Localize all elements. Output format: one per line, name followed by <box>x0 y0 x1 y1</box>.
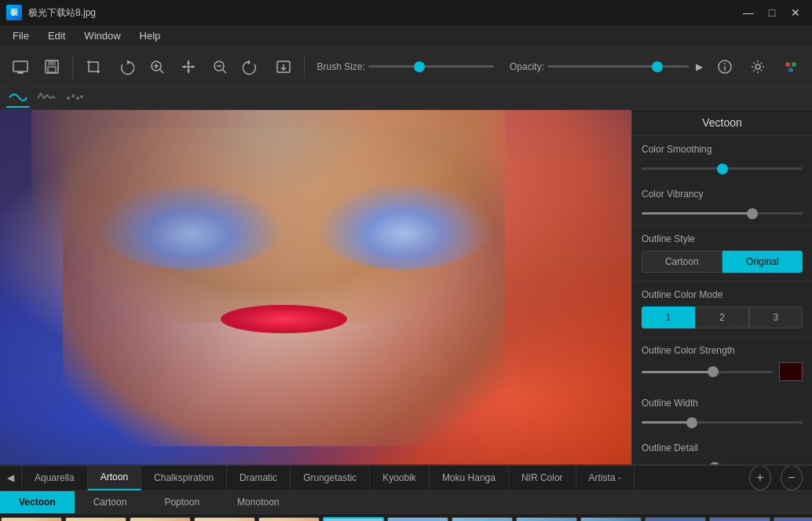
menu-help[interactable]: Help <box>130 27 170 45</box>
filter-tabs-arrow[interactable]: ◀ <box>0 465 22 490</box>
svg-point-25 <box>792 62 796 67</box>
zoom-out-tool-button[interactable] <box>206 52 234 82</box>
menu-file[interactable]: File <box>3 27 38 45</box>
settings-button[interactable] <box>743 52 773 82</box>
filter-tab-aquarella[interactable]: Aquarella <box>22 466 88 490</box>
thumbnail-05[interactable]: Vectoon 05 <box>258 517 320 521</box>
thumbnail-01[interactable]: Vectoon 01 <box>0 517 63 521</box>
filter-tab-nir-color[interactable]: NIR Color <box>509 466 576 490</box>
filter-tab-moku-hanga[interactable]: Moku Hanga <box>430 466 509 490</box>
thumbnail-11[interactable]: Vectoon 11 <box>644 517 707 521</box>
svg-marker-11 <box>187 61 190 64</box>
info-button[interactable] <box>710 52 740 82</box>
export-tool-button[interactable] <box>269 52 297 82</box>
thumbnail-03-img <box>130 517 191 521</box>
color-vibrancy-slider[interactable] <box>642 212 803 215</box>
brush-size-slider[interactable] <box>368 65 494 68</box>
remove-filter-tab-button[interactable]: − <box>781 465 803 490</box>
svg-rect-4 <box>48 61 56 65</box>
svg-point-28 <box>71 94 75 97</box>
sub-tab-cartoon[interactable]: Cartoon <box>75 491 146 513</box>
original-button[interactable]: Original <box>722 251 803 273</box>
close-button[interactable]: ✕ <box>785 5 806 20</box>
save-tool-button[interactable] <box>38 52 66 82</box>
effects-button[interactable] <box>776 52 806 82</box>
color-mode-2-button[interactable]: 2 <box>695 306 748 328</box>
outline-style-section: Outline Style Cartoon Original <box>632 226 812 281</box>
thumbnail-08[interactable]: Vectoon 08 <box>451 517 514 521</box>
filter-tab-artista[interactable]: Artista - <box>576 466 635 490</box>
thumbnail-12[interactable]: Vectoon 12 <box>708 517 771 521</box>
zoom-in-tool-button[interactable] <box>143 52 171 82</box>
filter-tab-artoon[interactable]: Artoon <box>88 466 141 490</box>
sub-toolbar <box>0 86 812 110</box>
color-smoothing-slider[interactable] <box>642 167 803 170</box>
outline-detail-section: Outline Detail <box>632 435 812 464</box>
svg-point-24 <box>785 62 790 67</box>
opacity-slider[interactable] <box>547 65 689 68</box>
brush-type-3-button[interactable] <box>63 89 86 108</box>
filter-tab-dramatic[interactable]: Dramatic <box>227 466 291 490</box>
svg-line-10 <box>159 69 163 73</box>
menu-bar: File Edit Window Help <box>0 25 812 47</box>
filter-tab-grungetastic[interactable]: Grungetastic <box>291 466 370 490</box>
svg-point-27 <box>67 97 70 100</box>
filter-tab-kyoobik[interactable]: Kyoobik <box>370 466 430 490</box>
outline-color-mode-section: Outline Color Mode 1 2 3 <box>632 281 812 337</box>
brush-size-container <box>368 65 494 68</box>
menu-edit[interactable]: Edit <box>38 27 75 45</box>
sub-tab-monotoon[interactable]: Monotoon <box>218 491 298 513</box>
panel-title: Vectoon <box>632 110 812 136</box>
canvas-image <box>0 110 631 464</box>
thumbnail-06[interactable]: Vectoon 06 <box>322 517 385 521</box>
thumbnail-04[interactable]: Vectoon 04 <box>193 517 256 521</box>
more-arrow[interactable]: ▶ <box>692 59 707 75</box>
outline-color-mode-label: Outline Color Mode <box>642 289 803 300</box>
color-smoothing-section: Color Smoothing <box>632 136 812 181</box>
color-mode-1-button[interactable]: 1 <box>642 306 695 328</box>
cartoon-button[interactable]: Cartoon <box>642 251 722 273</box>
maximize-button[interactable]: □ <box>762 5 782 20</box>
add-filter-tab-button[interactable]: + <box>749 465 771 490</box>
thumbnail-03[interactable]: Vectoon 03 <box>129 517 192 521</box>
title-bar-text: 极光下载站8.jpg <box>28 6 738 20</box>
sub-filter-tabs: Vectoon Cartoon Poptoon Monotoon <box>0 490 812 514</box>
menu-window[interactable]: Window <box>75 27 130 45</box>
title-bar: 极 极光下载站8.jpg — □ ✕ <box>0 0 812 25</box>
svg-marker-14 <box>192 65 195 68</box>
rotate-tool-button[interactable] <box>112 52 140 82</box>
svg-point-30 <box>80 95 83 98</box>
outline-width-slider[interactable] <box>642 421 803 424</box>
redo-tool-button[interactable] <box>237 52 265 82</box>
crop-tool-button[interactable] <box>79 52 108 82</box>
outline-color-strength-label: Outline Color Strength <box>642 345 803 356</box>
thumbnail-09-img <box>516 517 577 521</box>
thumbnail-02[interactable]: Vectoon 02 <box>64 517 127 521</box>
color-mode-3-button[interactable]: 3 <box>749 306 803 328</box>
thumbnail-07-img <box>387 517 448 521</box>
thumbnail-09[interactable]: Vectoon 09 <box>515 517 578 521</box>
outline-style-label: Outline Style <box>642 233 803 244</box>
thumbnail-04-img <box>194 517 255 521</box>
filter-tab-chalkspiration[interactable]: Chalkspiration <box>141 466 227 490</box>
color-vibrancy-section: Color Vibrancy <box>632 181 812 226</box>
canvas-area[interactable] <box>0 110 631 464</box>
outline-color-strength-slider[interactable] <box>642 371 773 373</box>
brush-size-label: Brush Size: <box>317 61 365 72</box>
outline-width-label: Outline Width <box>642 398 803 409</box>
opacity-container <box>547 65 689 68</box>
thumbnail-10[interactable]: Vectoon 10 <box>580 517 642 521</box>
minimize-button[interactable]: — <box>738 5 759 20</box>
color-swatch[interactable] <box>779 362 803 381</box>
svg-rect-0 <box>13 61 27 72</box>
sub-tab-poptoon[interactable]: Poptoon <box>145 491 218 513</box>
brush-type-1-button[interactable] <box>6 89 30 108</box>
display-tool-button[interactable] <box>6 52 35 82</box>
move-tool-button[interactable] <box>174 52 203 82</box>
svg-line-17 <box>223 69 227 73</box>
thumbnail-more[interactable]: Vectoon ... <box>773 517 812 521</box>
brush-type-2-button[interactable] <box>35 89 58 108</box>
svg-point-22 <box>724 63 726 64</box>
thumbnail-07[interactable]: Vectoon 07 <box>386 517 449 521</box>
sub-tab-vectoon[interactable]: Vectoon <box>0 491 75 513</box>
